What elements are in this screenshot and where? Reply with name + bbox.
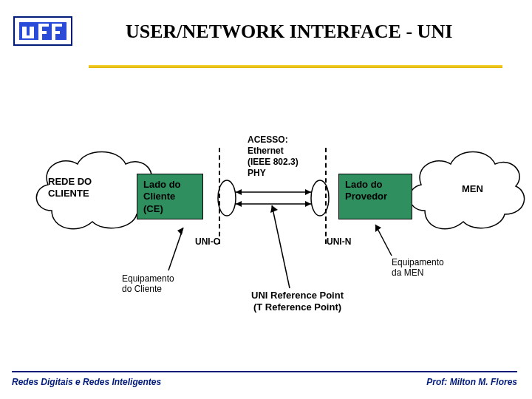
equip-men-label: Equipamento da MEN <box>392 257 444 278</box>
svg-marker-13 <box>270 205 278 213</box>
svg-marker-9 <box>177 228 183 235</box>
slide-title: USER/NETWORK INTERFACE - UNI <box>126 21 452 43</box>
title-rule <box>89 65 502 68</box>
footer-rule <box>12 371 517 372</box>
cloud-client-label: REDE DO CLIENTE <box>48 176 92 200</box>
equip-client-label: Equipamento do Cliente <box>122 273 174 294</box>
svg-point-1 <box>311 180 329 216</box>
arrow-equip-client <box>163 222 192 273</box>
svg-line-12 <box>272 205 290 288</box>
footer-left: Redes Digitais e Redes Inteligentes <box>12 377 161 387</box>
box-ce: Lado do Cliente (CE) <box>137 174 203 219</box>
svg-marker-7 <box>305 201 311 207</box>
uff-logo <box>13 16 72 46</box>
uni-n-label: UNI-N <box>327 236 351 247</box>
svg-point-0 <box>218 180 236 216</box>
refpoint-label: UNI Reference Point (T Reference Point) <box>251 290 344 314</box>
arrow-equip-men <box>369 220 399 259</box>
svg-marker-6 <box>236 201 242 207</box>
access-label: ACESSO: Ethernet (IEEE 802.3) PHY <box>248 134 299 179</box>
box-provider: Lado do Provedor <box>338 174 412 219</box>
arrow-refpoint <box>267 201 294 290</box>
svg-marker-4 <box>305 189 311 195</box>
svg-marker-3 <box>236 189 242 195</box>
uni-c-label: UNI-C <box>195 236 219 247</box>
cloud-men-label: MEN <box>462 183 483 195</box>
slide: USER/NETWORK INTERFACE - UNI REDE DO CLI… <box>0 0 532 399</box>
footer-right: Prof: Milton M. Flores <box>426 377 517 387</box>
